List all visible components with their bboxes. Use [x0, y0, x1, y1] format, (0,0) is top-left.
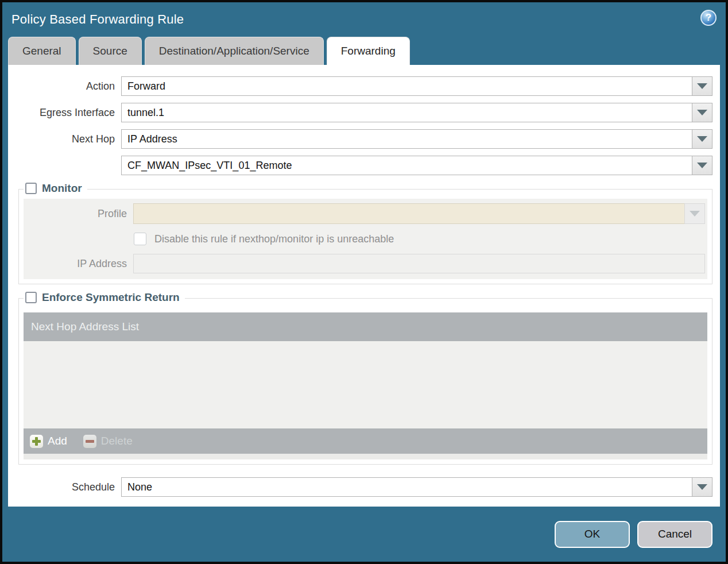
dialog-title: Policy Based Forwarding Rule: [11, 12, 184, 27]
pbf-rule-dialog: Policy Based Forwarding Rule ? General S…: [0, 0, 728, 564]
monitor-legend-label: Monitor: [42, 182, 82, 195]
egress-interface-label: Egress Interface: [8, 107, 121, 119]
symmetric-return-checkbox[interactable]: [25, 292, 37, 303]
profile-input[interactable]: [133, 203, 684, 224]
chevron-down-icon: [697, 110, 707, 115]
next-hop-label: Next Hop: [8, 133, 121, 145]
schedule-input[interactable]: None: [121, 477, 692, 497]
symmetric-return-legend: Enforce Symmetric Return: [24, 291, 185, 304]
symmetric-return-legend-label: Enforce Symmetric Return: [42, 291, 180, 304]
table-toolbar: Add Delete: [24, 428, 707, 454]
tab-forwarding[interactable]: Forwarding: [327, 37, 410, 65]
egress-interface-row: Egress Interface tunnel.1: [8, 103, 712, 122]
tab-bar: General Source Destination/Application/S…: [2, 37, 726, 65]
monitor-ip-input[interactable]: [133, 254, 705, 273]
chevron-down-icon: [697, 83, 707, 89]
monitor-legend: Monitor: [24, 182, 87, 195]
disable-rule-label: Disable this rule if nexthop/monitor ip …: [154, 233, 394, 245]
egress-interface-input[interactable]: tunnel.1: [121, 103, 692, 122]
forwarding-tab-panel: Action Forward Egress Interface tunnel.1…: [8, 65, 720, 507]
profile-combo: [133, 203, 705, 224]
symmetric-return-group: Enforce Symmetric Return Next Hop Addres…: [18, 298, 712, 465]
monitor-group: Monitor Profile Disable this rule if nex…: [18, 189, 712, 284]
chevron-down-icon: [697, 136, 707, 142]
dialog-titlebar: Policy Based Forwarding Rule: [2, 2, 726, 37]
chevron-down-icon: [697, 484, 707, 490]
tab-general[interactable]: General: [8, 37, 76, 65]
next-hop-address-list-body[interactable]: [24, 341, 707, 428]
tab-destination-application-service[interactable]: Destination/Application/Service: [145, 37, 324, 65]
next-hop-value-row: CF_MWAN_IPsec_VTI_01_Remote: [8, 156, 712, 175]
action-row: Action Forward: [8, 76, 712, 96]
table-scrollbar-track[interactable]: [24, 454, 707, 459]
next-hop-address-input[interactable]: CF_MWAN_IPsec_VTI_01_Remote: [121, 156, 692, 175]
egress-interface-dropdown-button[interactable]: [692, 103, 712, 122]
monitor-ip-row: IP Address: [24, 254, 705, 273]
action-input[interactable]: Forward: [121, 76, 692, 96]
egress-interface-combo: tunnel.1: [121, 103, 712, 122]
next-hop-row: Next Hop IP Address: [8, 129, 712, 149]
next-hop-type-dropdown-button[interactable]: [692, 129, 712, 149]
disable-rule-row: Disable this rule if nexthop/monitor ip …: [134, 233, 705, 245]
disable-rule-checkbox[interactable]: [134, 233, 146, 245]
cancel-button[interactable]: Cancel: [637, 521, 712, 548]
next-hop-address-table: Next Hop Address List Add Delete: [24, 312, 707, 459]
profile-row: Profile: [24, 203, 705, 224]
action-combo: Forward: [121, 76, 712, 96]
help-glyph: ?: [706, 12, 711, 24]
next-hop-type-combo: IP Address: [121, 129, 712, 149]
delete-button-label: Delete: [101, 435, 133, 447]
next-hop-address-combo: CF_MWAN_IPsec_VTI_01_Remote: [121, 156, 712, 175]
monitor-checkbox[interactable]: [25, 183, 37, 194]
add-button-label: Add: [48, 435, 67, 447]
help-icon[interactable]: ?: [700, 10, 717, 26]
profile-label: Profile: [24, 208, 133, 220]
next-hop-address-list-header-label: Next Hop Address List: [31, 320, 139, 333]
tab-source[interactable]: Source: [79, 37, 142, 65]
delete-minus-icon: [83, 435, 96, 448]
next-hop-type-input[interactable]: IP Address: [121, 129, 692, 149]
schedule-dropdown-button[interactable]: [692, 477, 712, 497]
profile-dropdown-button[interactable]: [684, 203, 705, 224]
schedule-combo: None: [121, 477, 712, 497]
monitor-panel: Profile Disable this rule if nexthop/mon…: [24, 199, 707, 279]
dialog-footer: OK Cancel: [2, 507, 726, 562]
schedule-label: Schedule: [8, 481, 121, 493]
action-label: Action: [8, 80, 121, 92]
chevron-down-icon: [697, 163, 707, 168]
chevron-down-icon: [690, 211, 700, 217]
delete-button[interactable]: Delete: [83, 435, 133, 448]
action-dropdown-button[interactable]: [692, 76, 712, 96]
monitor-ip-label: IP Address: [24, 258, 133, 270]
schedule-row: Schedule None: [8, 477, 712, 497]
next-hop-address-list-header: Next Hop Address List: [24, 312, 707, 341]
next-hop-address-dropdown-button[interactable]: [692, 156, 712, 175]
add-plus-icon: [30, 435, 43, 448]
ok-button[interactable]: OK: [555, 521, 630, 548]
add-button[interactable]: Add: [30, 435, 67, 448]
